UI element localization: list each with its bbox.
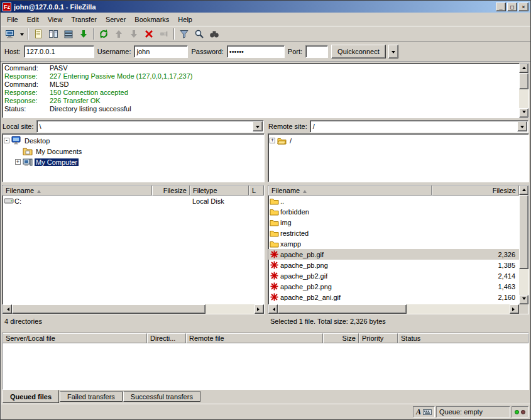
- menu-edit[interactable]: Edit: [23, 14, 43, 25]
- process-queue-button[interactable]: [76, 27, 91, 41]
- file-row[interactable]: xampp: [268, 238, 519, 249]
- site-manager-dropdown-button[interactable]: [18, 27, 26, 41]
- tree-item-desktop[interactable]: - Desktop: [4, 135, 263, 146]
- remote-site-combo[interactable]: /: [310, 120, 528, 133]
- menu-transfer[interactable]: Transfer: [67, 14, 101, 25]
- password-input[interactable]: [227, 45, 285, 58]
- tab-successful-transfers[interactable]: Successful transfers: [123, 391, 200, 402]
- directory-comparison-button[interactable]: [192, 27, 207, 41]
- file-row[interactable]: apache_pb2.png1,463: [268, 281, 519, 292]
- scroll-up-button[interactable]: [519, 185, 528, 195]
- file-row[interactable]: forbidden: [268, 206, 519, 217]
- file-row[interactable]: apache_pb2_ani.gif2,160: [268, 292, 519, 302]
- transfer-type-ascii-icon: A: [416, 408, 421, 416]
- scroll-track[interactable]: [278, 304, 510, 314]
- scroll-down-button[interactable]: [519, 295, 528, 304]
- refresh-button[interactable]: [96, 27, 111, 41]
- close-button[interactable]: ×: [518, 3, 528, 11]
- port-input[interactable]: [305, 45, 328, 58]
- scroll-left-button[interactable]: [3, 304, 12, 314]
- quickconnect-button[interactable]: Quickconnect: [331, 45, 386, 58]
- scroll-track[interactable]: [12, 304, 255, 314]
- log-vertical-scrollbar[interactable]: [519, 64, 528, 118]
- download-button[interactable]: [126, 27, 141, 41]
- log-line: Status:Directory listing successful: [4, 105, 517, 113]
- toolbar-separator: [173, 28, 175, 40]
- menu-view[interactable]: View: [43, 14, 67, 25]
- remote-vertical-scrollbar[interactable]: [519, 185, 528, 304]
- local-horizontal-scrollbar[interactable]: [3, 304, 264, 314]
- file-name: apache_pb.png: [280, 262, 328, 269]
- column-header-lastmodified[interactable]: L: [249, 185, 264, 196]
- minimize-button[interactable]: _: [496, 3, 506, 11]
- scroll-thumb[interactable]: [519, 73, 528, 89]
- column-header-status[interactable]: Status: [398, 333, 528, 343]
- file-row[interactable]: ..: [268, 196, 519, 206]
- column-header-filetype[interactable]: Filetype: [190, 185, 249, 196]
- tab-queued-files[interactable]: Queued files: [3, 390, 59, 403]
- disconnect-button[interactable]: [156, 27, 172, 41]
- tab-failed-transfers[interactable]: Failed transfers: [60, 391, 123, 402]
- column-header-size[interactable]: Size: [323, 333, 359, 343]
- tree-item-my-computer[interactable]: + My Computer: [4, 157, 263, 167]
- message-log: Command:PASV Response:227 Entering Passi…: [2, 63, 529, 118]
- quickconnect-dropdown-button[interactable]: [388, 45, 398, 58]
- column-header-server-local-file[interactable]: Server/Local file: [3, 333, 147, 343]
- arrow-left-icon: [5, 307, 9, 311]
- column-header-filename[interactable]: Filename: [3, 185, 152, 196]
- column-header-filesize[interactable]: Filesize: [152, 185, 190, 196]
- cancel-button[interactable]: [141, 27, 156, 41]
- scroll-thumb[interactable]: [519, 195, 528, 269]
- menu-bookmarks[interactable]: Bookmarks: [130, 14, 173, 25]
- file-size: 2,326: [432, 251, 519, 258]
- column-header-remote-file[interactable]: Remote file: [186, 333, 323, 343]
- site-manager-button[interactable]: [3, 27, 18, 41]
- scroll-down-button[interactable]: [519, 108, 528, 118]
- find-files-button[interactable]: [207, 27, 222, 41]
- scroll-thumb[interactable]: [12, 304, 205, 314]
- local-site-dropdown-button[interactable]: [253, 121, 263, 131]
- file-row[interactable]: apache_pb.png1,385: [268, 260, 519, 270]
- maximize-button[interactable]: □: [507, 3, 517, 11]
- tree-item-my-documents[interactable]: My Documents: [4, 146, 263, 157]
- scroll-thumb[interactable]: [278, 304, 407, 314]
- scroll-track[interactable]: [519, 195, 528, 295]
- filter-button[interactable]: [177, 27, 192, 41]
- horizontal-splitter[interactable]: [1, 328, 530, 333]
- titlebar[interactable]: Fz john@127.0.0.1 - FileZilla _ □ ×: [1, 1, 530, 13]
- toggle-tree-views-button[interactable]: [46, 27, 61, 41]
- host-input[interactable]: [24, 45, 94, 58]
- remote-site-dropdown-button[interactable]: [517, 121, 527, 131]
- file-row[interactable]: img: [268, 217, 519, 228]
- file-name: forbidden: [280, 208, 309, 216]
- local-site-combo[interactable]: \: [36, 120, 264, 133]
- file-row[interactable]: restricted: [268, 228, 519, 238]
- username-input[interactable]: [134, 45, 188, 58]
- menu-file[interactable]: File: [3, 14, 23, 25]
- remote-status-text: Selected 1 file. Total size: 2,326 bytes: [268, 314, 529, 328]
- filezilla-window: Fz john@127.0.0.1 - FileZilla _ □ × File…: [0, 0, 531, 420]
- log-text: Directory listing successful: [50, 105, 131, 113]
- file-row[interactable]: apache_pb2.gif2,414: [268, 270, 519, 281]
- scroll-left-button[interactable]: [268, 304, 278, 314]
- column-header-priority[interactable]: Priority: [359, 333, 398, 343]
- column-header-filesize[interactable]: Filesize: [432, 185, 519, 196]
- scroll-track[interactable]: [519, 73, 528, 108]
- remote-horizontal-scrollbar[interactable]: [268, 304, 519, 314]
- toggle-queue-view-button[interactable]: [61, 27, 76, 41]
- menu-server[interactable]: Server: [101, 14, 130, 25]
- upload-button[interactable]: [111, 27, 126, 41]
- toggle-message-log-button[interactable]: [31, 27, 46, 41]
- expand-icon[interactable]: +: [15, 159, 21, 165]
- tree-item-root[interactable]: + /: [270, 135, 527, 146]
- scroll-right-button[interactable]: [510, 304, 519, 314]
- menu-help[interactable]: Help: [173, 14, 197, 25]
- expand-icon[interactable]: +: [270, 138, 275, 143]
- file-row-selected[interactable]: apache_pb.gif2,326: [268, 249, 519, 260]
- column-header-filename[interactable]: Filename: [268, 185, 432, 196]
- scroll-right-button[interactable]: [255, 304, 264, 314]
- scroll-up-button[interactable]: [519, 64, 528, 73]
- column-header-direction[interactable]: Directi...: [147, 333, 186, 343]
- file-row-c-drive[interactable]: C: Local Disk: [3, 196, 264, 206]
- collapse-icon[interactable]: -: [4, 138, 9, 143]
